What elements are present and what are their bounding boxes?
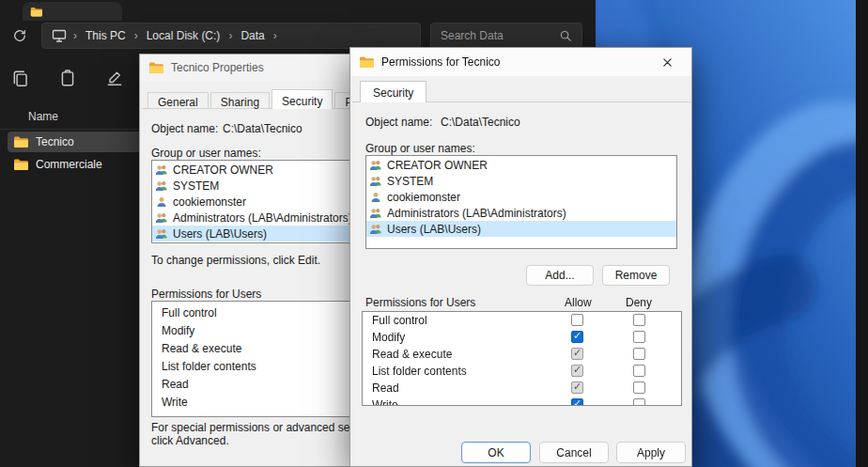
group-name: Administrators (LAB\Administrators) (387, 207, 566, 220)
group-icon (155, 163, 168, 177)
permission-row[interactable]: Write (152, 394, 351, 412)
folder-icon (359, 54, 374, 70)
close-button[interactable] (651, 51, 683, 73)
properties-dialog: Tecnico Properties General Sharing Secur… (139, 54, 351, 467)
apply-button[interactable]: Apply (616, 442, 686, 463)
group-list-item[interactable]: CREATOR OWNER (152, 162, 351, 178)
search-box[interactable]: Search Data (430, 23, 582, 49)
permission-row[interactable]: List folder contents (152, 358, 351, 376)
edit-hint: To change permissions, click Edit. (151, 254, 320, 267)
deny-checkbox[interactable] (633, 365, 645, 377)
copy-icon[interactable] (11, 69, 30, 87)
deny-column-header: Deny (626, 296, 652, 309)
properties-dialog-titlebar[interactable]: Tecnico Properties (140, 54, 350, 81)
group-list-item[interactable]: Administrators (LAB\Administrators) (152, 210, 351, 226)
advanced-hint-line2: click Advanced. (151, 434, 229, 447)
folder-icon (30, 6, 42, 18)
group-name: SYSTEM (173, 179, 219, 193)
group-name: CREATOR OWNER (387, 159, 488, 172)
permissions-label: Permissions for Users (365, 296, 475, 309)
permission-row[interactable]: Read (152, 376, 351, 394)
group-list: CREATOR OWNER SYSTEM cookiemonster Admin… (365, 155, 677, 249)
right-edge-panel (856, 0, 868, 467)
search-icon (559, 29, 572, 42)
group-icon (369, 175, 382, 188)
desktop-screen: This PC Local Disk (C:) Data Search Data (0, 0, 868, 467)
user-icon (155, 195, 168, 209)
deny-checkbox[interactable] (633, 348, 645, 360)
allow-checkbox[interactable] (571, 331, 583, 343)
group-list-item[interactable]: cookiemonster (366, 189, 676, 205)
deny-checkbox[interactable] (633, 398, 645, 406)
allow-checkbox[interactable] (571, 348, 583, 360)
group-list-item-selected[interactable]: Users (LAB\Users) (366, 221, 676, 237)
group-icon (369, 159, 382, 172)
breadcrumb-local-disk[interactable]: Local Disk (C:) (145, 27, 223, 44)
group-list-item[interactable]: Administrators (LAB\Administrators) (366, 205, 676, 221)
folder-icon (13, 134, 28, 149)
permissions-dialog-titlebar[interactable]: Permissions for Tecnico (350, 48, 691, 76)
tab-sharing[interactable]: Sharing (210, 92, 270, 109)
chevron-right-icon (73, 29, 77, 42)
allow-checkbox[interactable] (571, 381, 583, 394)
permission-row: Read & execute (363, 346, 681, 363)
breadcrumb-this-pc[interactable]: This PC (84, 27, 128, 44)
group-name: Users (LAB\Users) (173, 227, 267, 241)
group-list-item[interactable]: SYSTEM (366, 173, 676, 189)
add-button[interactable]: Add... (526, 265, 594, 286)
folder-icon (13, 157, 28, 172)
group-icon (369, 223, 382, 236)
group-list-item-selected[interactable]: Users (LAB\Users) (152, 226, 351, 241)
remove-button[interactable]: Remove (602, 265, 670, 286)
allow-checkbox[interactable] (571, 314, 583, 326)
cancel-button[interactable]: Cancel (539, 442, 609, 463)
permission-row: Read (363, 380, 681, 397)
group-list-item[interactable]: CREATOR OWNER (366, 157, 676, 173)
group-list-label: Group or user names: (151, 147, 261, 160)
group-icon (155, 227, 168, 241)
object-name-value: C:\Data\Tecnico (441, 116, 520, 129)
permission-row[interactable]: Full control (152, 304, 351, 322)
ok-button[interactable]: OK (461, 442, 531, 463)
folder-item-tecnico[interactable]: Tecnico (8, 132, 139, 152)
folder-item-commerciale[interactable]: Commerciale (8, 154, 139, 175)
refresh-button[interactable] (8, 23, 32, 48)
chevron-right-icon (228, 29, 232, 42)
object-name-label: Object name: (151, 122, 218, 135)
tab-security[interactable]: Security (271, 89, 333, 109)
permission-name: Full control (372, 314, 427, 327)
allow-checkbox[interactable] (571, 398, 583, 406)
group-list-item[interactable]: cookiemonster (152, 194, 351, 210)
permission-row: Write (363, 397, 681, 406)
object-name-label: Object name: (365, 116, 432, 129)
explorer-tab[interactable] (23, 2, 122, 21)
rename-icon[interactable] (105, 69, 124, 87)
group-list-label: Group or user names: (365, 142, 475, 155)
properties-tabs: General Sharing Security Previous Versio… (147, 89, 351, 109)
allow-checkbox[interactable] (571, 365, 583, 377)
close-icon (662, 57, 673, 68)
deny-checkbox[interactable] (633, 314, 645, 326)
user-icon (369, 191, 382, 204)
breadcrumb-data[interactable]: Data (239, 27, 266, 44)
column-header-name[interactable]: Name (0, 103, 139, 130)
permissions-checkbox-list: Full control Modify Read & execute List … (362, 311, 682, 406)
group-icon (155, 179, 168, 193)
tab-general[interactable]: General (147, 92, 209, 109)
permissions-list: Full control Modify Read & execute List … (151, 301, 351, 417)
tab-security[interactable]: Security (360, 81, 426, 102)
group-list-item[interactable]: SYSTEM (152, 178, 351, 194)
paste-icon[interactable] (58, 69, 77, 87)
group-icon (369, 207, 382, 220)
permissions-dialog: Permissions for Tecnico Security Object … (349, 47, 692, 467)
permission-row[interactable]: Modify (152, 322, 351, 340)
deny-checkbox[interactable] (633, 381, 645, 394)
permission-name: Modify (372, 331, 405, 344)
allow-column-header: Allow (565, 296, 592, 309)
breadcrumb: This PC Local Disk (C:) Data (41, 23, 421, 49)
group-list: CREATOR OWNER SYSTEM cookiemonster Admin… (151, 160, 351, 243)
this-pc-icon (52, 28, 67, 43)
group-name: Users (LAB\Users) (387, 223, 481, 236)
permission-row[interactable]: Read & execute (152, 340, 351, 358)
deny-checkbox[interactable] (633, 331, 645, 343)
